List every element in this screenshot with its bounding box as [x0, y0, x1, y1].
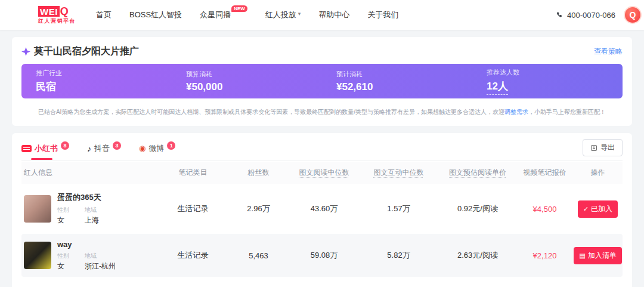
column-header: 粉丝数	[227, 168, 290, 178]
new-badge: NEW	[231, 5, 247, 12]
banner-stat: 预算消耗 ¥50,000	[172, 70, 322, 93]
platform-tab[interactable]: 微博 1	[139, 140, 175, 160]
chevron-down-icon: ▾	[298, 11, 301, 17]
nav-item[interactable]: 众星同播 NEW	[200, 10, 247, 20]
nav-item[interactable]: 红人投放 ▾	[265, 10, 301, 20]
gender-value: 女	[57, 261, 69, 271]
banner-stat: 推荐达人数 12人	[472, 68, 623, 95]
tab-label: 微博	[148, 143, 164, 154]
read-unit-price-cell: 2.63元/阅读	[439, 250, 516, 261]
nav-item[interactable]: 关于我们	[367, 10, 398, 20]
banner-stat: 推广行业 民宿	[21, 69, 172, 94]
nav-item-label: 红人投放	[265, 10, 296, 20]
platform-tabs: 小红书 8 抖音 3 微博 1	[21, 140, 175, 160]
nav-item-label: 关于我们	[367, 10, 398, 20]
table-row: 摸鱼艺术家 性别 地域 影视综资讯 生活记录 7.63万 3.58万 2,884…	[21, 280, 623, 287]
adjust-requirements-link[interactable]: 调整需求	[504, 109, 528, 115]
tab-label: 抖音	[94, 143, 110, 154]
influencer-name[interactable]: 蛋蛋的365天	[57, 192, 101, 203]
joined-button[interactable]: ✓ 已加入	[578, 200, 618, 218]
gender-value: 女	[57, 215, 69, 226]
platform-tab[interactable]: 抖音 3	[87, 140, 121, 160]
phone-icon	[556, 11, 564, 19]
column-header: 笔记类目	[159, 168, 227, 178]
influencer-table-card: 小红书 8 抖音 3 微博 1 导出 红人信息笔记类目粉丝数图文阅读中位数图文互…	[12, 133, 632, 287]
read-median-cell: 43.60万	[290, 203, 358, 214]
table-row: way 性别 女 地域 浙江-杭州 生活记录 5,463 59.08万 5.82…	[21, 234, 623, 277]
weibo-icon	[139, 144, 145, 153]
douyin-icon	[87, 144, 91, 153]
nav-item[interactable]: 帮助中心	[318, 10, 349, 20]
gender-label: 性别	[57, 252, 69, 260]
table-row: 蛋蛋的365天 性别 女 地域 上海 生活记录 2.96万 43.60万 1.5…	[21, 187, 623, 230]
user-avatar[interactable]: Q	[624, 6, 642, 24]
note-category-cell: 生活记录	[159, 203, 227, 214]
region-label: 地域	[85, 252, 116, 260]
video-quote-cell: ¥4,500	[516, 205, 573, 214]
button-label: 加入清单	[588, 251, 617, 261]
influencer-avatar[interactable]	[24, 195, 51, 223]
main-nav: 首页 BOSS红人智投 众星同播 NEW 红人投放 ▾ 帮助中心 关于我们	[96, 10, 398, 20]
nav-item-label: BOSS红人智投	[129, 10, 182, 20]
notice-text-after: ，小助手马上帮您重新匹配！	[528, 109, 606, 115]
stat-label: 推荐达人数	[487, 68, 623, 77]
top-bar: WEI Q 红人营销平台 首页 BOSS红人智投 众星同播 NEW 红人投放 ▾…	[0, 0, 644, 30]
gender-label: 性别	[57, 206, 69, 214]
table-body: 蛋蛋的365天 性别 女 地域 上海 生活记录 2.96万 43.60万 1.5…	[21, 187, 623, 287]
table-header: 红人信息笔记类目粉丝数图文阅读中位数图文互动中位数图文预估阅读单价视频笔记报价操…	[21, 162, 623, 184]
region-label: 地域	[85, 206, 99, 214]
column-header[interactable]: 图文互动中位数	[358, 168, 439, 178]
stat-label: 预算消耗	[186, 70, 322, 79]
stat-value: 民宿	[36, 80, 56, 94]
export-button[interactable]: 导出	[583, 139, 623, 156]
phone-number: 400-0070-066	[567, 11, 615, 20]
nav-item-label: 首页	[96, 10, 112, 20]
nav-item[interactable]: 首页	[96, 10, 112, 20]
video-quote-cell: ¥2,120	[516, 251, 573, 260]
column-header: 视频笔记报价	[516, 168, 573, 178]
campaign-card: 莫干山民宿夕阳大片推广 查看策略 推广行业 民宿 预算消耗 ¥50,000 预计…	[12, 37, 632, 126]
weiq-logo[interactable]: WEI Q 红人营销平台	[38, 6, 76, 24]
add-to-list-button[interactable]: ▤ 加入清单	[574, 247, 621, 264]
stat-value: ¥50,000	[186, 81, 222, 93]
button-label: 已加入	[591, 204, 612, 214]
page-title: 莫干山民宿夕阳大片推广	[34, 45, 139, 58]
column-header[interactable]: 图文阅读中位数	[290, 168, 358, 178]
logo-text-tail: Q	[60, 6, 69, 17]
service-phone: 400-0070-066	[556, 11, 615, 20]
campaign-banner: 推广行业 民宿 预算消耗 ¥50,000 预计消耗 ¥52,610 推荐达人数 …	[21, 64, 623, 98]
tab-label: 小红书	[35, 143, 58, 154]
platform-tab[interactable]: 小红书 8	[21, 140, 69, 160]
column-header[interactable]: 图文预估阅读单价	[439, 168, 516, 178]
tab-count-badge: 1	[167, 141, 175, 150]
column-header: 红人信息	[21, 168, 159, 178]
region-value: 上海	[85, 215, 99, 226]
export-label: 导出	[600, 143, 615, 153]
region-value: 浙江-杭州	[85, 261, 116, 271]
read-unit-price-cell: 0.92元/阅读	[439, 203, 516, 214]
fans-count-cell: 5,463	[227, 251, 290, 260]
stat-label: 预计消耗	[336, 70, 472, 79]
fans-count-cell: 2.96万	[227, 203, 290, 214]
stat-value[interactable]: 12人	[487, 79, 508, 95]
influencer-name[interactable]: way	[57, 240, 116, 249]
xiaohongshu-icon	[21, 145, 32, 152]
view-strategy-link[interactable]: 查看策略	[594, 47, 623, 57]
read-median-cell: 59.08万	[290, 250, 358, 261]
check-icon: ✓	[583, 206, 589, 212]
stat-value: ¥52,610	[336, 81, 373, 93]
influencer-avatar[interactable]	[24, 242, 51, 269]
nav-item[interactable]: BOSS红人智投	[129, 10, 182, 20]
tab-count-badge: 3	[113, 141, 121, 150]
notice-text-before: 已结合AI策略为您生成方案，实际匹配达人时可能因达人档期、预算限制或具体要求变化…	[38, 109, 504, 115]
banner-stat: 预计消耗 ¥52,610	[322, 70, 472, 93]
list-doc-icon: ▤	[579, 252, 585, 259]
nav-item-label: 帮助中心	[318, 10, 349, 20]
column-header: 操作	[573, 168, 623, 178]
ai-strategy-notice: 已结合AI策略为您生成方案，实际匹配达人时可能因达人档期、预算限制或具体要求变化…	[21, 108, 623, 116]
interact-median-cell: 5.82万	[358, 250, 439, 261]
stat-label: 推广行业	[36, 69, 172, 78]
sparkle-icon	[21, 47, 30, 56]
nav-item-label: 众星同播	[200, 10, 231, 20]
logo-subtitle: 红人营销平台	[38, 18, 76, 24]
